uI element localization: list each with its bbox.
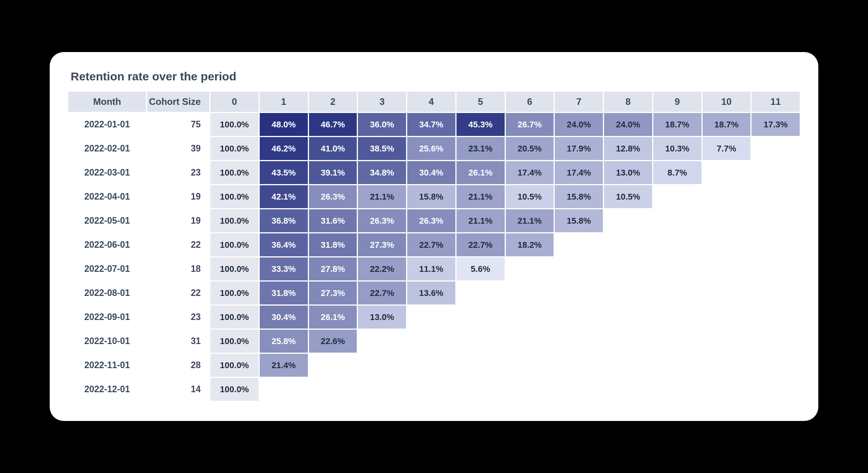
- heatmap-cell: 24.0%: [604, 113, 652, 136]
- header-period-3: 3: [358, 92, 406, 112]
- heatmap-cell: 15.8%: [555, 209, 603, 232]
- heatmap-cell: 100.0%: [210, 282, 259, 304]
- heatmap-cell: 22.7%: [457, 233, 505, 256]
- heatmap-cell: 27.3%: [358, 233, 406, 256]
- heatmap-empty: [653, 257, 701, 280]
- header-period-10: 10: [703, 92, 751, 112]
- row-cohort-size: 19: [147, 185, 209, 208]
- heatmap-cell: 43.5%: [260, 161, 308, 184]
- heatmap-cell: 10.5%: [604, 185, 652, 208]
- heatmap-empty: [457, 306, 505, 329]
- heatmap-cell: 100.0%: [210, 161, 259, 184]
- heatmap-cell: 21.1%: [506, 209, 554, 232]
- heatmap-cell: 26.7%: [506, 113, 554, 136]
- heatmap-cell: 13.0%: [604, 161, 652, 184]
- heatmap-empty: [604, 209, 652, 232]
- heatmap-empty: [703, 233, 751, 256]
- heatmap-cell: 21.1%: [358, 185, 406, 208]
- row-cohort-size: 18: [147, 257, 209, 280]
- row-month: 2022-07-01: [68, 257, 146, 280]
- heatmap-cell: 100.0%: [210, 354, 259, 377]
- heatmap-empty: [752, 378, 800, 401]
- heatmap-cell: 22.7%: [358, 282, 406, 304]
- heatmap-cell: 26.1%: [457, 161, 505, 184]
- heatmap-empty: [604, 330, 652, 353]
- heatmap-cell: 42.1%: [260, 185, 308, 208]
- heatmap-cell: 21.1%: [457, 209, 505, 232]
- header-period-1: 1: [260, 92, 308, 112]
- heatmap-empty: [555, 282, 603, 304]
- heatmap-cell: 27.3%: [309, 282, 357, 304]
- row-month: 2022-12-01: [68, 378, 146, 401]
- header-period-7: 7: [555, 92, 603, 112]
- heatmap-cell: 15.8%: [407, 185, 455, 208]
- heatmap-empty: [506, 306, 554, 329]
- heatmap-cell: 17.4%: [506, 161, 554, 184]
- heatmap-empty: [703, 209, 751, 232]
- header-cohort-size: Cohort Size: [147, 92, 209, 112]
- heatmap-cell: 15.8%: [555, 185, 603, 208]
- heatmap-empty: [555, 354, 603, 377]
- heatmap-cell: 25.6%: [407, 137, 455, 160]
- heatmap-cell: 46.2%: [260, 137, 308, 160]
- heatmap-empty: [555, 330, 603, 353]
- heatmap-cell: 25.8%: [260, 330, 308, 353]
- heatmap-empty: [555, 233, 603, 256]
- heatmap-cell: 38.5%: [358, 137, 406, 160]
- heatmap-empty: [604, 233, 652, 256]
- heatmap-empty: [703, 161, 751, 184]
- row-cohort-size: 28: [147, 354, 209, 377]
- row-month: 2022-03-01: [68, 161, 146, 184]
- heatmap-empty: [358, 330, 406, 353]
- heatmap-cell: 13.0%: [358, 306, 406, 329]
- retention-heatmap: MonthCohort Size012345678910112022-01-01…: [68, 92, 800, 401]
- heatmap-empty: [752, 330, 800, 353]
- heatmap-empty: [457, 378, 505, 401]
- heatmap-cell: 22.6%: [309, 330, 357, 353]
- heatmap-empty: [457, 354, 505, 377]
- row-cohort-size: 14: [147, 378, 209, 401]
- header-period-11: 11: [752, 92, 800, 112]
- heatmap-cell: 46.7%: [309, 113, 357, 136]
- heatmap-empty: [604, 257, 652, 280]
- heatmap-empty: [309, 378, 357, 401]
- heatmap-cell: 26.3%: [358, 209, 406, 232]
- heatmap-empty: [752, 185, 800, 208]
- heatmap-empty: [653, 209, 701, 232]
- heatmap-cell: 39.1%: [309, 161, 357, 184]
- heatmap-cell: 21.1%: [457, 185, 505, 208]
- header-period-2: 2: [309, 92, 357, 112]
- heatmap-cell: 45.3%: [457, 113, 505, 136]
- heatmap-cell: 5.6%: [457, 257, 505, 280]
- heatmap-empty: [555, 306, 603, 329]
- heatmap-empty: [703, 282, 751, 304]
- heatmap-empty: [506, 330, 554, 353]
- heatmap-cell: 100.0%: [210, 113, 259, 136]
- row-cohort-size: 19: [147, 209, 209, 232]
- heatmap-empty: [407, 378, 455, 401]
- heatmap-empty: [260, 378, 308, 401]
- heatmap-empty: [703, 330, 751, 353]
- heatmap-empty: [752, 306, 800, 329]
- header-period-0: 0: [210, 92, 259, 112]
- heatmap-cell: 13.6%: [407, 282, 455, 304]
- header-period-6: 6: [506, 92, 554, 112]
- heatmap-empty: [752, 161, 800, 184]
- heatmap-empty: [752, 282, 800, 304]
- row-cohort-size: 75: [147, 113, 209, 136]
- row-cohort-size: 22: [147, 233, 209, 256]
- heatmap-empty: [653, 282, 701, 304]
- heatmap-empty: [703, 257, 751, 280]
- row-month: 2022-05-01: [68, 209, 146, 232]
- heatmap-empty: [604, 306, 652, 329]
- heatmap-cell: 8.7%: [653, 161, 701, 184]
- heatmap-empty: [604, 354, 652, 377]
- heatmap-empty: [653, 330, 701, 353]
- heatmap-empty: [653, 185, 701, 208]
- retention-card: Retention rate over the period MonthCoho…: [50, 52, 818, 421]
- heatmap-empty: [309, 354, 357, 377]
- heatmap-cell: 30.4%: [260, 306, 308, 329]
- heatmap-cell: 23.1%: [457, 137, 505, 160]
- heatmap-empty: [703, 354, 751, 377]
- heatmap-empty: [604, 282, 652, 304]
